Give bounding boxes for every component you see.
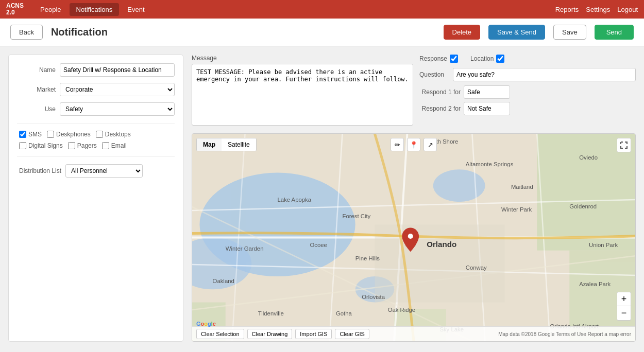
nav-links: People Notifications Event [34,3,555,16]
response-section: Response Location Question Respond 1 for [419,55,636,127]
send-button[interactable]: Send [595,25,634,40]
top-row: Message Response Location Question [192,55,636,127]
back-button[interactable]: Back [10,25,43,40]
desktops-checkbox[interactable] [96,131,103,138]
zoom-out-button[interactable]: − [617,306,631,321]
map-pin-icon[interactable]: 📍 [407,138,420,151]
svg-text:Oviedo: Oviedo [579,154,598,161]
respond1-row: Respond 1 for [419,85,636,99]
import-gis-button[interactable]: Import GIS [295,329,332,339]
sms-checkbox-item: SMS [19,131,42,138]
map-share-icon[interactable]: ↗ [423,138,437,151]
nav-logout[interactable]: Logout [617,6,638,13]
right-panel: Message Response Location Question [192,55,636,342]
message-label: Message [192,55,413,62]
response-checkbox[interactable] [450,55,458,63]
location-checkbox[interactable] [496,55,504,63]
message-section: Message [192,55,413,127]
clear-gis-button[interactable]: Clear GIS [335,329,369,339]
svg-text:Union Park: Union Park [589,242,618,248]
sms-checkbox[interactable] [19,131,26,138]
question-row: Question [419,68,636,81]
email-checkbox-item: Email [102,142,127,149]
svg-text:Winter Park: Winter Park [501,206,532,213]
desktops-checkbox-item: Desktops [96,131,131,138]
top-nav: ACNS 2.0 People Notifications Event Repo… [0,0,644,19]
name-group: Name [17,63,175,77]
nav-reports[interactable]: Reports [555,6,579,13]
distribution-select[interactable]: All Personnel [65,164,143,178]
location-label: Location [470,55,494,62]
fullscreen-icon [620,142,628,149]
use-select[interactable]: Safety [60,102,175,116]
response-header: Response Location [419,55,636,63]
clear-drawing-button[interactable]: Clear Drawing [247,329,293,339]
market-label: Market [17,86,56,93]
delete-button[interactable]: Delete [444,25,481,40]
svg-point-22 [408,234,413,239]
map-pencil-icon[interactable]: ✏ [391,138,404,151]
distribution-label: Distribution List [19,167,61,174]
message-textarea[interactable] [192,64,413,126]
pagers-checkbox-item: Pagers [68,142,97,149]
svg-text:Oakland: Oakland [213,278,234,284]
map-container[interactable]: Orlando Lake Apopka Altamonte Springs Ma… [192,133,636,342]
response-label: Response [419,55,447,62]
svg-text:Winter Garden: Winter Garden [226,245,264,252]
nav-event[interactable]: Event [121,4,150,15]
question-label: Question [419,71,453,78]
deskphones-checkbox[interactable] [47,131,54,138]
left-panel: Name Market Corporate Use Safety SMS Des… [8,55,183,342]
distribution-row: Distribution List All Personnel [17,164,175,178]
map-attribution: Map data ©2018 Google Terms of Use Repor… [498,331,631,337]
email-checkbox[interactable] [102,142,109,149]
location-checkbox-item: Location [470,55,504,63]
question-input[interactable] [453,68,636,81]
clear-selection-button[interactable]: Clear Selection [196,329,244,339]
svg-text:Ocoee: Ocoee [310,242,327,248]
svg-text:Orlovista: Orlovista [362,294,385,300]
market-select[interactable]: Corporate [60,83,175,96]
use-label: Use [17,105,56,113]
response-checkbox-item: Response [419,55,458,63]
nav-people[interactable]: People [34,4,67,15]
page-title: Notification [51,26,435,38]
svg-text:Azalea Park: Azalea Park [579,281,611,287]
brand: ACNS 2.0 [6,3,24,16]
respond2-row: Respond 2 for [419,102,636,115]
map-tab-button[interactable]: Map [197,138,222,151]
save-button[interactable]: Save [553,25,586,40]
nav-right: Reports Settings Logout [555,6,638,13]
map-bottom-bar: Clear Selection Clear Drawing Import GIS… [192,326,635,341]
respond2-input[interactable] [464,102,510,115]
svg-text:Gotha: Gotha [336,310,352,316]
respond2-label: Respond 2 for [419,105,461,112]
respond1-input[interactable] [464,85,510,99]
svg-text:Altamonte Springs: Altamonte Springs [466,161,514,167]
name-input[interactable] [60,63,175,77]
svg-text:Lake Apopka: Lake Apopka [278,197,312,203]
pagers-checkbox[interactable] [68,142,75,149]
delivery-row-1: SMS Deskphones Desktops [17,131,175,138]
pagers-label: Pagers [77,142,97,149]
delivery-row-2: Digital Signs Pagers Email [17,142,175,149]
map-icons-bar: ✏ 📍 ↗ [391,138,437,151]
satellite-tab-button[interactable]: Satellite [222,138,256,151]
market-group: Market Corporate [17,83,175,96]
svg-point-4 [433,169,485,202]
digital-signs-checkbox[interactable] [19,142,26,149]
svg-text:Pine Hills: Pine Hills [355,255,380,261]
zoom-in-button[interactable]: + [617,292,631,306]
map-fullscreen-button[interactable] [617,138,631,152]
map-zoom-controls: + − [617,292,631,321]
main-content: Name Market Corporate Use Safety SMS Des… [0,46,644,350]
header-bar: Back Notification Delete Save & Send Sav… [0,19,644,46]
save-send-button[interactable]: Save & Send [488,25,545,40]
deskphones-label: Deskphones [56,131,91,138]
svg-text:Maitland: Maitland [511,184,533,190]
svg-text:Oak Ridge: Oak Ridge [388,307,416,313]
use-group: Use Safety [17,102,175,116]
nav-notifications[interactable]: Notifications [70,3,120,16]
svg-text:Goldenrod: Goldenrod [569,203,597,209]
nav-settings[interactable]: Settings [586,6,610,13]
